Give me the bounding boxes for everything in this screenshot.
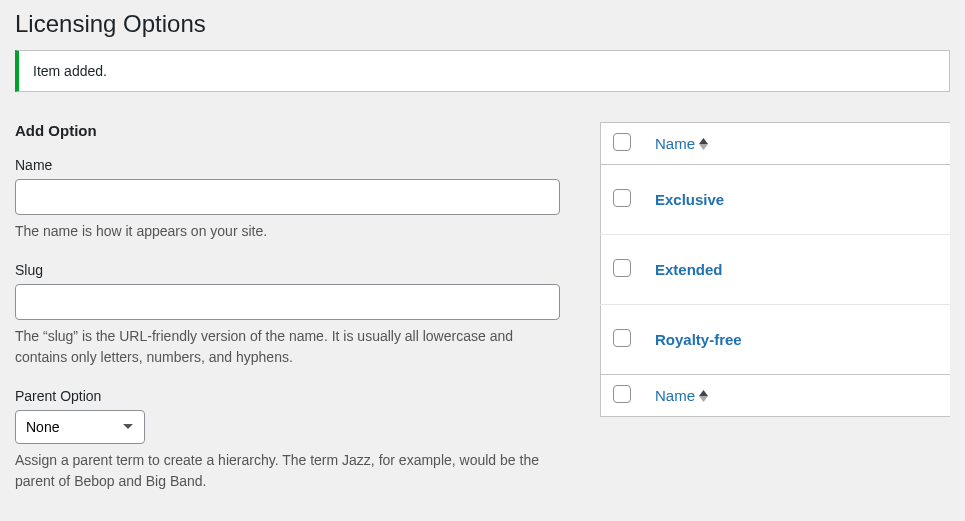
name-label: Name bbox=[15, 157, 560, 173]
name-input[interactable] bbox=[15, 179, 560, 215]
page-title: Licensing Options bbox=[15, 10, 950, 50]
select-all-bottom-checkbox[interactable] bbox=[613, 385, 631, 403]
column-footer-name-label: Name bbox=[655, 387, 695, 404]
parent-label: Parent Option bbox=[15, 388, 560, 404]
success-notice: Item added. bbox=[15, 50, 950, 92]
terms-table: Name Exclusive Exten bbox=[600, 122, 950, 417]
row-checkbox[interactable] bbox=[613, 189, 631, 207]
notice-message: Item added. bbox=[33, 63, 107, 79]
table-row: Royalty-free bbox=[601, 305, 951, 375]
slug-help: The “slug” is the URL-friendly version o… bbox=[15, 326, 560, 368]
sort-icon bbox=[699, 390, 708, 402]
column-header-name[interactable]: Name bbox=[655, 135, 708, 152]
term-link[interactable]: Exclusive bbox=[655, 191, 724, 208]
form-title: Add Option bbox=[15, 122, 560, 139]
parent-help: Assign a parent term to create a hierarc… bbox=[15, 450, 560, 492]
name-help: The name is how it appears on your site. bbox=[15, 221, 560, 242]
table-row: Extended bbox=[601, 235, 951, 305]
row-checkbox[interactable] bbox=[613, 259, 631, 277]
slug-input[interactable] bbox=[15, 284, 560, 320]
term-link[interactable]: Extended bbox=[655, 261, 723, 278]
table-row: Exclusive bbox=[601, 165, 951, 235]
row-checkbox[interactable] bbox=[613, 329, 631, 347]
term-link[interactable]: Royalty-free bbox=[655, 331, 742, 348]
sort-icon bbox=[699, 138, 708, 150]
select-all-top-checkbox[interactable] bbox=[613, 133, 631, 151]
slug-label: Slug bbox=[15, 262, 560, 278]
parent-select[interactable]: None bbox=[15, 410, 145, 444]
column-header-name-label: Name bbox=[655, 135, 695, 152]
column-footer-name[interactable]: Name bbox=[655, 387, 708, 404]
